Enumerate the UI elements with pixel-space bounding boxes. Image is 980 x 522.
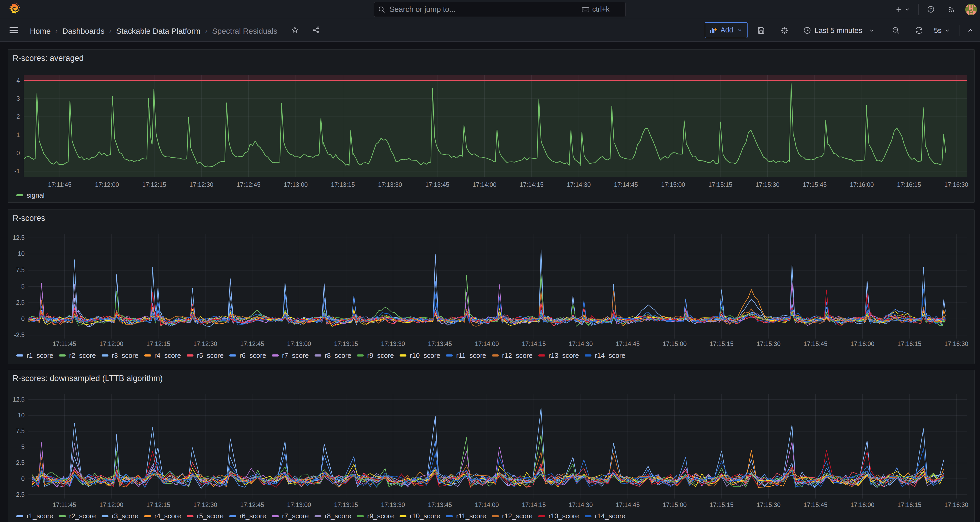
svg-text:?: ? <box>930 7 932 11</box>
